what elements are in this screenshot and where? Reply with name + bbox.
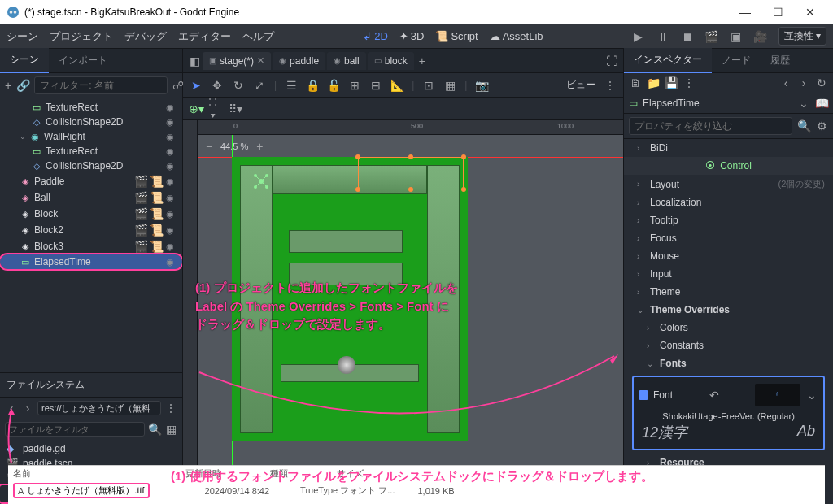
scene-tree[interactable]: ▭TextureRect◉◇CollisionShape2D◉⌄◉WallRig… [0,98,182,372]
menu-project[interactable]: プロジェクト [50,29,113,44]
scene-tab-ball[interactable]: ◉ball [327,52,366,70]
insp-focus[interactable]: ›Focus [624,229,833,247]
scale-tool[interactable]: ⤢ [253,79,266,92]
zoom-in-button[interactable]: + [253,140,266,153]
insp-theme-overrides[interactable]: ⌄Theme Overrides [624,301,833,319]
maximize-button[interactable]: ☐ [761,6,794,19]
menu-debug[interactable]: デバッグ [124,29,167,44]
unlock-tool[interactable]: 🔓 [327,79,340,92]
mode-script-button[interactable]: 📜 Script [435,30,478,42]
node-dropdown-icon[interactable]: ⌄ [797,97,810,110]
forward-button[interactable]: › [21,402,34,415]
more-view-icon[interactable]: ⋮ [604,79,617,92]
view-icon[interactable]: ▦ [164,423,177,436]
tree-node-paddle[interactable]: ◈Paddle🎬📜◉ [0,173,182,189]
tree-node-block[interactable]: ◈Block🎬📜◉ [0,206,182,222]
anchor-tool[interactable]: ⊕▾ [190,102,203,115]
move-tool[interactable]: ✥ [211,79,224,92]
insp-constants[interactable]: ›Constants [624,337,833,354]
pattern-tool[interactable]: ⠿▾ [229,102,242,115]
next-button[interactable]: › [797,76,810,89]
settings-icon[interactable]: ⚙ [815,119,828,133]
insp-theme[interactable]: ›Theme [624,283,833,301]
select-tool[interactable]: ➤ [190,79,203,92]
tab-inspector[interactable]: インスペクター [624,48,712,73]
font-thumb[interactable]: ᶠ [755,384,800,406]
tree-node-wallright[interactable]: ⌄◉WallRight◉ [0,129,182,144]
file-paddle.gd[interactable]: ◆paddle.gd [0,441,182,456]
menu-editor[interactable]: エディター [178,29,231,44]
tree-node-block2[interactable]: ◈Block2🎬📜◉ [0,222,182,238]
view-menu[interactable]: ビュー [566,78,595,92]
tree-node-ball[interactable]: ◈Ball🎬📜◉ [0,189,182,206]
tab-history[interactable]: 履歴 [761,49,800,72]
lock-tool[interactable]: 🔒 [306,79,319,92]
search-icon[interactable]: 🔍 [148,423,161,436]
ungroup-tool[interactable]: ⊟ [369,79,382,92]
close-button[interactable]: ✕ [794,6,826,19]
more-insp-icon[interactable]: ⋮ [683,76,696,89]
tree-node-collisionshape2d[interactable]: ◇CollisionShape2D◉ [0,115,182,129]
path-input[interactable] [37,401,161,415]
tree-node-block3[interactable]: ◈Block3🎬📜◉ [0,238,182,254]
insp-layout[interactable]: ›Layout(2個の変更) [624,175,833,193]
disk-icon[interactable]: 💾 [665,76,678,89]
menu-help[interactable]: ヘルプ [242,29,274,44]
play-button[interactable]: ▶ [632,30,645,43]
insp-tooltip[interactable]: ›Tooltip [624,211,833,229]
insp-fonts[interactable]: ⌄Fonts [624,354,833,372]
scene-tab-paddle[interactable]: ◉paddle [273,52,325,70]
insp-mouse[interactable]: ›Mouse [624,247,833,265]
tree-node-texturerect[interactable]: ▭TextureRect◉ [0,144,182,159]
group-tool[interactable]: ⊞ [348,79,361,92]
menu-scene[interactable]: シーン [7,29,38,44]
play-custom-button[interactable]: ▣ [730,30,743,43]
save-icon[interactable]: 🗎 [629,76,642,89]
col-name[interactable]: 名前 [13,467,31,480]
inspected-node[interactable]: ElapsedTime [643,98,792,109]
add-scene-button[interactable]: + [416,54,429,67]
tree-node-collisionshape2d[interactable]: ◇CollisionShape2D◉ [0,159,182,173]
path-more-icon[interactable]: ⋮ [164,402,177,415]
revert-icon[interactable]: ↶ [708,389,721,402]
tab-import[interactable]: インポート [49,49,117,72]
grid-tool[interactable]: ▦ [443,79,456,92]
tab-node[interactable]: ノード [712,49,761,72]
back-button[interactable]: ‹ [5,402,18,415]
play-scene-button[interactable]: 🎬 [705,30,718,43]
layout-tool[interactable]: ⸬▾ [209,102,222,115]
minimize-button[interactable]: — [729,6,761,19]
zoom-out-button[interactable]: − [203,140,216,153]
inspector-tree[interactable]: ›BiDi⦿ Control›Layout(2個の変更)›Localizatio… [624,139,833,504]
insp-bidi[interactable]: ›BiDi [624,139,833,157]
folder-icon[interactable]: 📁 [647,76,660,89]
scene-tab-block[interactable]: ▭block [368,52,414,70]
scene-filter-input[interactable] [34,76,168,94]
search-prop-icon[interactable]: 🔍 [797,119,810,133]
movie-icon[interactable]: 🎥 [754,30,767,43]
font-override-slot[interactable]: Font↶ᶠ⌄ShokakiUtage-FreeVer. (Regular)12… [632,376,825,450]
link-button[interactable]: 🔗 [16,79,29,92]
snap-tool[interactable]: ⊡ [422,79,435,92]
expand-icon[interactable]: ⛶ [605,54,618,67]
insp-control[interactable]: ⦿ Control [624,157,833,175]
property-filter-input[interactable] [629,117,792,135]
renderer-dropdown[interactable]: 互換性 ▾ [778,27,826,46]
insp-input[interactable]: ›Input [624,265,833,283]
tree-node-texturerect[interactable]: ▭TextureRect◉ [0,100,182,115]
insp-colors[interactable]: ›Colors [624,319,833,337]
mode-assetlib-button[interactable]: ☁ AssetLib [490,30,543,42]
zoom-level[interactable]: 44.5 % [220,141,248,151]
ruler-tool[interactable]: 📐 [390,79,403,92]
tree-node-elapsedtime[interactable]: ▭ElapsedTime◉ [0,254,182,269]
insp-localization[interactable]: ›Localization [624,193,833,211]
rotate-tool[interactable]: ↻ [232,79,245,92]
list-tool[interactable]: ☰ [285,79,298,92]
font-dropdown-icon[interactable]: ⌄ [805,389,818,402]
canvas-viewport[interactable]: 0 500 1000 − 44.5 % + [183,120,623,483]
font-checkbox[interactable] [639,390,648,400]
history-icon[interactable]: ↻ [815,76,828,89]
distraction-free-icon[interactable]: ◧ [188,54,201,67]
mode-3d-button[interactable]: ✦ 3D [399,30,425,42]
stop-button[interactable]: ⏹ [681,30,694,43]
